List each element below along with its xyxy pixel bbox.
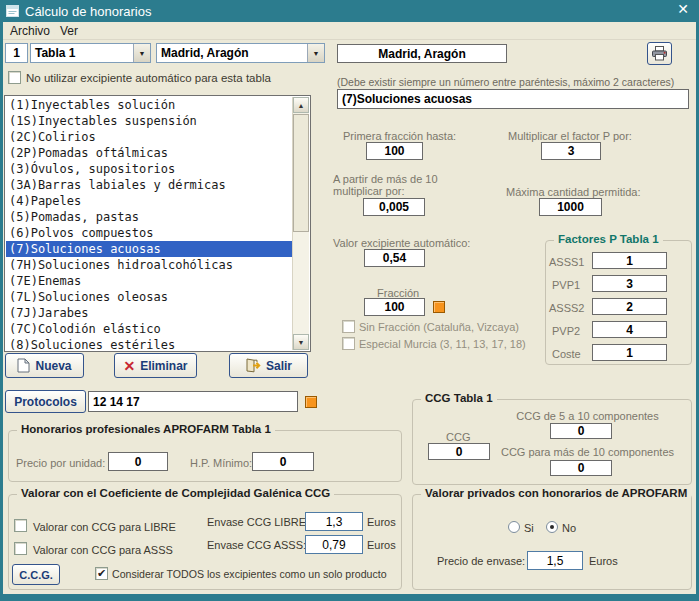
factor-p-field[interactable] <box>541 142 601 160</box>
envase-asss-label: Envase CCG ASSS: <box>207 539 306 551</box>
especial-murcia-checkbox[interactable] <box>342 337 355 350</box>
excipiente-field[interactable] <box>364 249 425 267</box>
list-item[interactable]: (7H)Soluciones hidroalcohólicas <box>6 257 292 273</box>
primera-fraccion-field[interactable] <box>366 142 423 160</box>
precio-unidad-field[interactable] <box>108 452 168 471</box>
list-item[interactable]: (6)Polvos compuestos <box>6 225 292 241</box>
honorarios-group: Honorarios profesionales APROFARM Tabla … <box>8 430 402 482</box>
mas10-label: A partir de más de 10 multiplicar por: <box>333 173 485 197</box>
mas10-field[interactable] <box>363 198 425 216</box>
asss1-field[interactable] <box>592 252 667 269</box>
fraccion-field[interactable] <box>364 298 425 316</box>
list-item[interactable]: (7L)Soluciones oleosas <box>6 289 292 305</box>
ccg-asss-checkbox[interactable] <box>14 542 27 555</box>
precio-unidad-label: Precio por unidad: <box>16 457 105 469</box>
si-label: Si <box>524 522 534 534</box>
ccg-libre-label: Valorar con CCG para LIBRE <box>33 521 176 533</box>
listbox-scrollbar[interactable]: ▲ ▼ <box>292 97 309 350</box>
formula-name-field[interactable] <box>337 89 689 109</box>
pvp1-label: PVP1 <box>552 279 592 291</box>
pvp1-field[interactable] <box>592 275 667 292</box>
asss2-field[interactable] <box>592 298 667 315</box>
region-select[interactable]: Madrid, Aragón ▼ <box>156 43 325 63</box>
pvp2-label: PVP2 <box>552 325 592 337</box>
radio-dot <box>550 525 554 529</box>
list-item[interactable]: (1S)Inyectables suspensión <box>6 113 292 129</box>
precio-envase-label: Precio de envase: <box>437 555 525 567</box>
envase-libre-field[interactable] <box>305 512 363 531</box>
menu-archivo[interactable]: Archivo <box>10 24 50 38</box>
region-name-field[interactable] <box>337 44 507 63</box>
ccg-button[interactable]: C.C.G. <box>12 564 60 585</box>
pvp2-field[interactable] <box>592 321 667 338</box>
ccg5-field[interactable] <box>550 423 612 439</box>
print-button[interactable] <box>647 42 672 65</box>
list-item-selected[interactable]: (7)Soluciones acuosas <box>6 241 292 257</box>
maxima-label: Máxima cantidad permitida: <box>506 186 641 198</box>
scroll-up-icon[interactable]: ▲ <box>293 97 309 113</box>
exit-door-icon <box>245 358 261 373</box>
printer-icon <box>651 46 668 61</box>
delete-x-icon: ✕ <box>123 358 135 374</box>
table-select[interactable]: Tabla 1 ▼ <box>30 43 151 63</box>
envase-asss-field[interactable] <box>305 535 363 554</box>
ccg5-label: CCG de 5 a 10 componentes <box>495 410 680 422</box>
protocolos-detail-button[interactable] <box>305 396 317 408</box>
precio-envase-field[interactable] <box>527 551 583 570</box>
si-radio[interactable] <box>508 521 520 533</box>
scroll-thumb[interactable] <box>293 114 309 232</box>
ccg-group-title: CCG Tabla 1 <box>421 392 497 404</box>
scroll-down-icon[interactable]: ▼ <box>293 334 309 350</box>
fraccion-detail-button[interactable] <box>433 301 445 313</box>
list-item[interactable]: (7J)Jarabes <box>6 305 292 321</box>
list-item[interactable]: (8)Soluciones estériles <box>6 337 292 350</box>
list-item[interactable]: (1)Inyectables solución <box>6 97 292 113</box>
list-item[interactable]: (7E)Enemas <box>6 273 292 289</box>
ccg-field[interactable] <box>428 443 490 460</box>
chevron-down-icon[interactable]: ▼ <box>133 44 150 62</box>
ccg-libre-checkbox[interactable] <box>14 519 27 532</box>
close-icon[interactable]: ✕ <box>677 1 689 17</box>
table-index-field[interactable] <box>5 43 28 63</box>
eliminar-button[interactable]: ✕ Eliminar <box>114 353 197 378</box>
titlebar: Cálculo de honorarios ✕ <box>0 0 699 22</box>
list-item[interactable]: (2C)Colirios <box>6 129 292 145</box>
ccg-asss-label: Valorar con CCG para ASSS <box>33 544 173 556</box>
asss2-label: ASSS2 <box>549 302 589 314</box>
list-item[interactable]: (7C)Colodión elástico <box>6 321 292 337</box>
todos-label: Considerar TODOS los excipientes como un… <box>112 568 387 580</box>
todos-checkbox[interactable]: ✔ <box>95 567 108 580</box>
euros-label: Euros <box>367 516 396 528</box>
list-item[interactable]: (4)Papeles <box>6 193 292 209</box>
maxima-field[interactable] <box>539 198 602 216</box>
hp-minimo-label: H.P. Mínimo: <box>190 457 252 469</box>
ccg10-field[interactable] <box>550 460 612 476</box>
honorarios-title: Honorarios profesionales APROFARM Tabla … <box>17 423 275 435</box>
ccg10-label: CCG para más de 10 componentes <box>495 446 680 458</box>
list-item[interactable]: (2P)Pomadas oftálmicas <box>6 145 292 161</box>
salir-button[interactable]: Salir <box>229 353 308 378</box>
window-title: Cálculo de honorarios <box>25 4 151 19</box>
protocolos-field[interactable] <box>88 391 298 412</box>
sin-fraccion-checkbox[interactable] <box>342 320 355 333</box>
factores-title: Factores P Tabla 1 <box>554 233 663 245</box>
new-document-icon <box>17 358 30 373</box>
valorar-ccg-title: Valorar con el Coeficiente de Complejida… <box>17 487 334 499</box>
no-excipiente-checkbox[interactable] <box>8 71 21 84</box>
sin-fraccion-label: Sin Fracción (Cataluña, Vizcaya) <box>359 321 519 333</box>
list-item[interactable]: (3A)Barras labiales y dérmicas <box>6 177 292 193</box>
coste-field[interactable] <box>592 344 667 361</box>
formula-listbox[interactable]: (1)Inyectables solución (1S)Inyectables … <box>4 95 311 352</box>
chevron-down-icon[interactable]: ▼ <box>307 44 324 62</box>
no-radio[interactable] <box>546 521 558 533</box>
no-excipiente-label: No utilizar excipiente automático para e… <box>26 72 271 84</box>
valorar-privados-group: Valorar privados con honorarios de APROF… <box>412 494 692 590</box>
menubar: Archivo Ver <box>3 22 696 40</box>
check-icon: ✔ <box>97 567 106 579</box>
list-item[interactable]: (5)Pomadas, pastas <box>6 209 292 225</box>
hp-minimo-field[interactable] <box>252 452 314 471</box>
nueva-button[interactable]: Nueva <box>5 353 84 378</box>
protocolos-button[interactable]: Protocolos <box>5 390 86 413</box>
menu-ver[interactable]: Ver <box>60 24 78 38</box>
list-item[interactable]: (3)Óvulos, supositorios <box>6 161 292 177</box>
